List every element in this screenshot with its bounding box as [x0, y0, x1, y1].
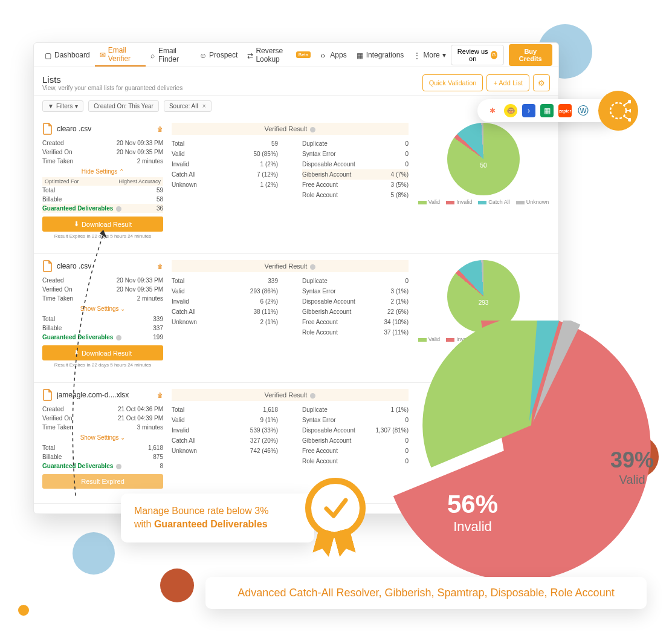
nav-apps[interactable]: ‹›Apps [315, 43, 351, 67]
nav-email-finder[interactable]: ⌕Email Finder [146, 43, 195, 67]
stat-total: Total59 [172, 138, 278, 149]
filter-source-label: Source: All [169, 103, 198, 109]
svg-point-5 [630, 109, 631, 112]
stat-invalid: Invalid6 (2%) [172, 296, 278, 307]
add-list-button[interactable]: + Add List [486, 74, 529, 91]
file-icon [42, 389, 53, 401]
info-icon[interactable] [310, 393, 315, 399]
total-row: Total339 [42, 314, 163, 324]
sheets-icon[interactable]: ▦ [540, 104, 554, 117]
guaranteed-row: Guaranteed Deliverables 36 [42, 204, 163, 213]
nav-dashboard[interactable]: ▢Dashboard [40, 43, 95, 67]
file-icon [42, 123, 53, 135]
settings-button[interactable]: ⚙ [533, 74, 550, 91]
result-expired-button: Result Expired [42, 474, 163, 489]
filter-source[interactable]: Source: All× [164, 100, 212, 112]
filters-toggle[interactable]: ▼Filters ▾ [42, 100, 83, 112]
stat-gibberish: Gibberish Account4 (7%) [302, 169, 409, 180]
filter-created-on[interactable]: Created On: This Year [88, 100, 159, 112]
hubspot-icon[interactable]: ✱ [486, 104, 499, 117]
expiry-text: Result Expires in 22 days 5 hours 24 min… [42, 362, 163, 368]
code-icon: ‹› [320, 51, 328, 59]
nav-prospect[interactable]: ☺Prospect [195, 43, 242, 67]
nav-more[interactable]: ⋮More ▾ [409, 43, 450, 67]
file-name[interactable]: clearo .csv [57, 125, 153, 133]
mini-pie-chart: 50 [447, 123, 520, 195]
time-taken-row: Time Taken3 minutes [42, 423, 163, 432]
activecampaign-icon[interactable]: › [522, 104, 535, 117]
download-icon: ⬇ [74, 220, 79, 228]
stat-syntax: Syntax Error0 [302, 149, 409, 159]
hide-settings-link[interactable]: Hide Settings ⌃ [42, 166, 163, 177]
verified-result-title: Verified Result [172, 123, 409, 135]
stat-valid: Valid50 (85%) [172, 149, 278, 159]
stat-disposable: Disposable Account2 (1%) [302, 296, 409, 307]
verified-result-title: Verified Result [172, 260, 409, 272]
info-icon[interactable] [310, 264, 315, 270]
invalid-text: Invalid [447, 519, 498, 535]
stat-duplicate: Duplicate0 [302, 138, 409, 149]
created-row: Created21 Oct 04:36 PM [42, 405, 163, 414]
show-settings-link[interactable]: Show Settings ⌄ [42, 303, 163, 314]
valid-percent: 39% [610, 448, 654, 473]
info-icon[interactable] [116, 464, 121, 469]
zapier-icon[interactable]: zapier [558, 104, 572, 117]
guaranteed-row: Guaranteed Deliverables 8 [42, 461, 163, 471]
total-row: Total59 [42, 186, 163, 195]
big-pie-invalid-label: 56% Invalid [447, 490, 498, 535]
bottom-banner: Advanced Catch-All Resolver, Gibberish, … [205, 577, 647, 609]
bounce-callout: Manage Bounce rate below 3% with Guarant… [121, 494, 314, 542]
top-nav: ▢Dashboard ✉Email Verifier ⌕Email Finder… [34, 43, 558, 67]
delete-icon[interactable]: 🗑 [157, 263, 163, 270]
download-icon: ⬇ [74, 349, 79, 357]
chevron-down-icon: ⌄ [120, 305, 125, 312]
svg-point-7 [628, 119, 631, 121]
file-name[interactable]: jameagle.com-d....xlsx [57, 391, 153, 399]
nav-email-verifier[interactable]: ✉Email Verifier [95, 43, 146, 67]
ribbon-badge [302, 478, 369, 562]
delete-icon[interactable]: 🗑 [157, 392, 163, 399]
expiry-text: Result Expires in 22 days 5 hours 24 min… [42, 233, 163, 239]
chevron-up-icon: ⌃ [119, 168, 124, 175]
info-icon[interactable] [310, 127, 315, 132]
nav-label: Email Finder [158, 47, 190, 64]
pie-legend: Valid Invalid Catch All Unknown [418, 199, 549, 205]
svg-point-3 [628, 100, 631, 103]
g2-icon: G [491, 51, 497, 59]
billable-row: Billable58 [42, 195, 163, 204]
quick-validation-button[interactable]: Quick Validation [422, 74, 483, 91]
chevron-down-icon: ⌄ [120, 434, 125, 441]
bounce-line2-bold: Guaranteed Deliverables [154, 519, 268, 529]
download-result-button[interactable]: ⬇ Download Result [42, 217, 163, 232]
info-icon[interactable] [116, 206, 121, 212]
buy-credits-button[interactable]: Buy Credits [509, 44, 552, 66]
search-icon: ⌕ [150, 51, 156, 59]
delete-icon[interactable]: 🗑 [157, 126, 163, 132]
invalid-percent: 56% [447, 490, 498, 519]
nav-label: More [423, 51, 439, 59]
list-row: clearo .csv 🗑 Created20 Nov 09:33 PM Ver… [34, 117, 558, 254]
nav-label: Apps [330, 51, 346, 59]
stat-duplicate: Duplicate0 [302, 276, 409, 286]
nav-integrations[interactable]: ▦Integrations [352, 43, 409, 67]
info-icon[interactable] [116, 335, 121, 340]
stat-catchall: Catch All7 (12%) [172, 169, 278, 180]
page-header: Lists View, verify your email lists for … [34, 67, 558, 96]
nav-reverse-lookup[interactable]: ⇄Reverse LookupBeta [242, 43, 315, 67]
swap-icon: ⇄ [247, 51, 253, 59]
beta-badge: Beta [296, 51, 311, 58]
file-name[interactable]: clearo .csv [57, 262, 153, 270]
download-result-button[interactable]: ⬇ Download Result [42, 345, 163, 360]
nav-label: Email Verifier [108, 46, 141, 63]
close-icon[interactable]: × [202, 103, 206, 109]
verified-on-row: Verified On20 Nov 09:35 PM [42, 285, 163, 294]
created-row: Created20 Nov 09:33 PM [42, 276, 163, 285]
stat-unknown: Unknown1 (2%) [172, 180, 278, 190]
show-settings-link[interactable]: Show Settings ⌄ [42, 432, 163, 443]
stat-catchall: Catch All327 (20%) [172, 435, 278, 446]
stat-free: Free Account3 (5%) [302, 180, 409, 190]
review-button[interactable]: Review us onG [451, 45, 504, 65]
wordpress-icon[interactable]: ⓦ [577, 104, 590, 117]
user-icon: ☺ [199, 51, 207, 59]
mailchimp-icon[interactable]: 🐵 [504, 104, 517, 117]
